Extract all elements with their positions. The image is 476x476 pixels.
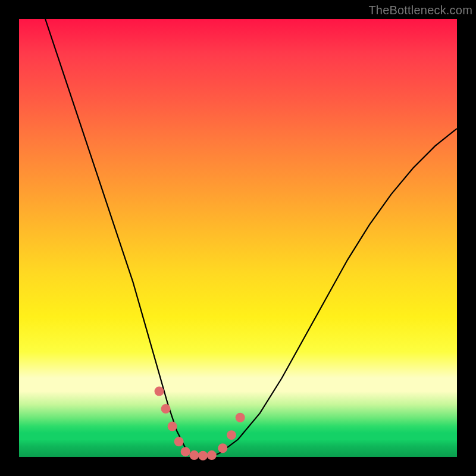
curve-marker [161,404,171,414]
bottleneck-curve [45,19,457,457]
curve-marker [236,413,245,422]
chart-frame: TheBottleneck.com [0,0,476,476]
curve-marker [168,421,177,431]
curve-marker [198,451,208,461]
chart-svg [19,19,457,457]
chart-plot-area [19,19,457,457]
curve-marker [189,450,199,460]
curve-marker [218,443,227,453]
curve-marker [155,387,164,396]
curve-marker [227,430,236,440]
curve-marker [207,450,217,460]
curve-markers [155,387,245,461]
watermark-text: TheBottleneck.com [368,4,472,17]
curve-marker [174,437,184,446]
curve-marker [181,447,190,456]
